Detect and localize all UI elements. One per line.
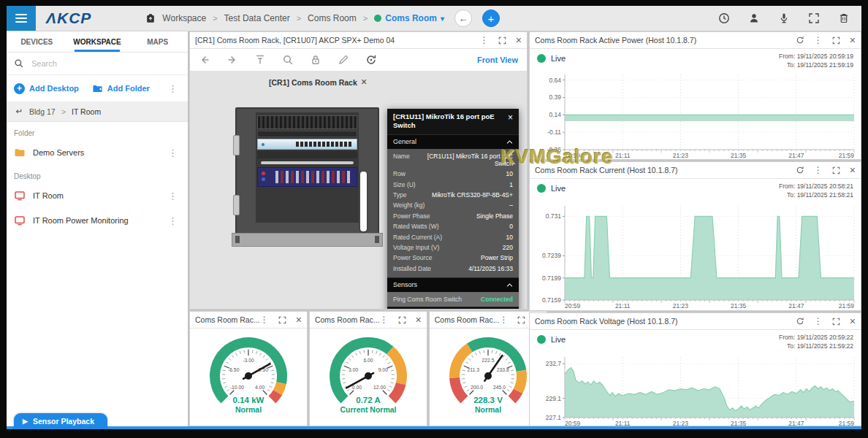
folder-kebab-menu[interactable]: ⋮ <box>165 147 180 158</box>
rack-unit-patch-panel[interactable] <box>257 115 357 129</box>
section-sensors[interactable]: Sensors <box>387 277 519 292</box>
expand-icon[interactable] <box>517 316 525 324</box>
rack-graphic[interactable] <box>235 107 379 240</box>
kebab-menu-icon[interactable]: ⋮ <box>480 36 489 45</box>
close-icon[interactable]: × <box>296 315 302 325</box>
rack-unit-mikrotik-switch[interactable] <box>257 167 357 187</box>
refresh-icon[interactable] <box>796 317 804 326</box>
folder-item-label: Demo Servers <box>33 148 84 157</box>
detail-label: Type <box>393 191 406 199</box>
expand-icon[interactable] <box>832 166 840 174</box>
back-up-icon[interactable] <box>14 107 23 117</box>
expand-icon[interactable] <box>398 316 406 324</box>
play-icon: ▶ <box>23 418 28 425</box>
forward-arrow-icon[interactable] <box>226 54 254 66</box>
kebab-menu-icon[interactable]: ⋮ <box>260 315 269 324</box>
svg-text:Normal: Normal <box>475 405 501 414</box>
breadcrumb-separator: > <box>213 14 217 23</box>
live-badge[interactable]: Live <box>537 54 566 63</box>
live-label: Live <box>551 54 566 63</box>
breadcrumb-coms-room[interactable]: Coms Room <box>308 13 357 23</box>
close-icon[interactable]: × <box>850 316 856 326</box>
expand-icon[interactable] <box>832 36 840 45</box>
trash-icon[interactable] <box>838 12 850 24</box>
rotate-icon[interactable] <box>365 54 393 66</box>
zoom-icon[interactable] <box>282 54 310 66</box>
add-button[interactable]: + <box>482 9 500 27</box>
section-equipment[interactable]: Equipment <box>387 307 519 309</box>
section-general[interactable]: General <box>387 134 519 149</box>
desktop-section-label: Desktop <box>7 165 188 183</box>
tab-workspace[interactable]: WORKSPACE <box>67 31 128 52</box>
back-arrow-icon[interactable] <box>199 54 226 66</box>
back-button[interactable]: ← <box>454 9 472 27</box>
add-desktop-button[interactable]: Add Desktop <box>29 84 79 93</box>
rack-unit-blank[interactable] <box>257 131 357 137</box>
sidebar-kebab-menu[interactable]: ⋮ <box>165 83 180 94</box>
folder-item-demo-servers[interactable]: Demo Servers ⋮ <box>7 140 188 165</box>
kebab-menu-icon[interactable]: ⋮ <box>814 36 823 45</box>
close-icon[interactable]: × <box>850 35 856 45</box>
add-folder-button[interactable]: Add Folder <box>107 84 150 93</box>
breadcrumb-current[interactable]: Coms Room ▾ <box>374 13 444 23</box>
fullscreen-icon[interactable] <box>808 12 820 24</box>
expand-icon[interactable] <box>832 318 840 326</box>
detail-value: [CR1U11] MikroTik 16 port poE Switch <box>416 153 513 167</box>
live-badge[interactable]: Live <box>537 335 566 344</box>
path-root[interactable]: Bldg 17 <box>29 107 56 116</box>
gauge-title: Coms Room Rac... <box>315 315 380 324</box>
general-rows: Name[CR1U11] MikroTik 16 port poE Switch… <box>387 149 519 277</box>
expand-icon[interactable] <box>498 36 506 45</box>
refresh-icon[interactable] <box>796 36 804 45</box>
kebab-menu-icon[interactable]: ⋮ <box>814 317 823 326</box>
search-input[interactable] <box>30 58 157 69</box>
breadcrumb-workspace[interactable]: Workspace <box>162 13 206 23</box>
history-clock-icon[interactable] <box>718 12 730 24</box>
sensor-ping-row[interactable]: Ping Coms Room Switch Connected <box>387 292 519 307</box>
detail-value: 10 <box>411 170 513 177</box>
svg-text:211.3: 211.3 <box>467 367 479 372</box>
lock-icon[interactable] <box>310 54 338 66</box>
sensor-playback-button[interactable]: ▶ Sensor Playback <box>14 413 107 429</box>
gauge-title: Coms Room Rac... <box>195 315 260 324</box>
user-icon[interactable] <box>748 12 760 24</box>
tab-devices[interactable]: DEVICES <box>7 31 67 52</box>
close-icon[interactable]: × <box>416 315 422 325</box>
microphone-icon[interactable] <box>778 12 790 24</box>
front-view-toggle[interactable]: Front View <box>477 55 518 64</box>
detail-value: 10 <box>448 234 513 241</box>
akcp-logo: ΛKCP <box>46 9 91 27</box>
text-tool-icon[interactable] <box>254 54 282 66</box>
breadcrumb-test-data-center[interactable]: Test Data Center <box>224 13 290 23</box>
rack-unit-rail <box>261 161 354 164</box>
desktop-kebab-menu[interactable]: ⋮ <box>165 215 180 226</box>
rack-unit-blank[interactable] <box>257 151 357 158</box>
kebab-menu-icon[interactable]: ⋮ <box>814 166 823 174</box>
gauge-power-card: Coms Room Rac... ⋮ × -10.00-6.50-3.000.5… <box>189 311 308 426</box>
svg-text:21:35: 21:35 <box>731 152 747 159</box>
live-badge[interactable]: Live <box>537 184 566 193</box>
kebab-menu-icon[interactable]: ⋮ <box>380 315 389 324</box>
desktop-kebab-menu[interactable]: ⋮ <box>165 191 180 201</box>
gauge-title: Coms Room Rac... <box>435 315 500 324</box>
desktop-item-it-room-power[interactable]: IT Room Power Monitoring ⋮ <box>7 208 188 233</box>
sidebar-tabs: DEVICES WORKSPACE MAPS <box>7 31 188 53</box>
rack-scrollbar[interactable] <box>360 172 367 231</box>
close-icon[interactable]: × <box>508 112 513 131</box>
close-icon[interactable]: × <box>516 35 522 45</box>
refresh-icon[interactable] <box>796 166 804 174</box>
kebab-menu-icon[interactable]: ⋮ <box>499 315 508 324</box>
hamburger-menu-button[interactable] <box>7 6 36 31</box>
rack-close-icon[interactable]: × <box>361 76 367 88</box>
edit-pencil-icon[interactable] <box>338 54 365 66</box>
svg-text:222.5: 222.5 <box>481 358 494 363</box>
expand-icon[interactable] <box>278 316 286 324</box>
svg-text:232.7: 232.7 <box>546 360 562 367</box>
add-desktop-plus-icon: + <box>14 83 25 94</box>
desktop-item-it-room[interactable]: IT Room ⋮ <box>7 183 188 208</box>
rack-unit-switch[interactable] <box>257 139 357 150</box>
svg-text:20:59: 20:59 <box>565 302 581 310</box>
tab-maps[interactable]: MAPS <box>127 31 188 52</box>
rack-canvas[interactable]: [CR1] Coms Room Rack × <box>190 71 527 309</box>
close-icon[interactable]: × <box>850 165 856 175</box>
